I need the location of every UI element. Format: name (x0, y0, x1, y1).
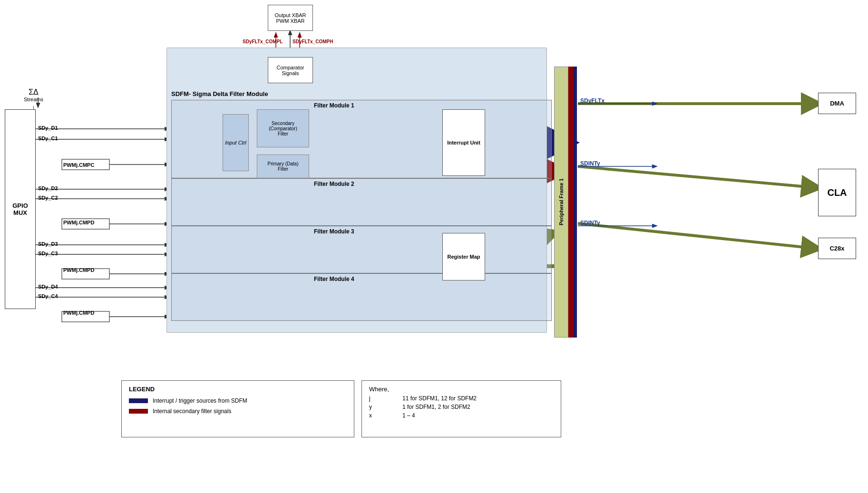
sigma-delta-streams: Streams (24, 97, 43, 102)
secondary-filter-box: Secondary(Comparator)Filter (257, 109, 309, 147)
gpio-mux-box: GPIOMUX (5, 109, 36, 309)
dma-label: DMA (830, 100, 844, 107)
legend-item-interrupt: Interrupt / trigger sources from SDFM (129, 397, 347, 404)
primary-filter-label: Primary (Data)Filter (267, 161, 298, 172)
svg-line-51 (578, 166, 818, 188)
signal-sdy-c4: SDy_C4 (38, 293, 58, 299)
interrupt-unit-label: Interrupt Unit (447, 140, 480, 145)
where-val-j: 11 for SDFM1, 12 for SDFM2 (402, 395, 554, 402)
where-grid: j 11 for SDFM1, 12 for SDFM2 y 1 for SDF… (369, 395, 554, 419)
legend-box: LEGEND Interrupt / trigger sources from … (121, 380, 354, 437)
filter-module-3-label: Filter Module 3 (314, 228, 354, 235)
signal-pwmj-cmpd3: PWMj.CMPD (63, 310, 94, 316)
signal-pwmj-cmpd2: PWMj.CMPD (63, 267, 94, 273)
input-ctrl-label: Input Ctrl (225, 140, 246, 145)
where-var-x: x (369, 412, 379, 419)
where-val-y: 1 for SDFM1, 2 for SDFM2 (402, 404, 554, 410)
signal-sdy-c2: SDy_C2 (38, 195, 58, 201)
svg-line-52 (578, 223, 818, 249)
peripheral-frame-bar: Peripheral Frame 1 (554, 67, 568, 338)
dma-box: DMA (818, 93, 856, 114)
secondary-filter-label: Secondary(Comparator)Filter (269, 121, 297, 136)
dark-bar-navy (573, 67, 577, 338)
comph-label: SDyFLTx_COMPH (293, 39, 333, 44)
primary-filter-box: Primary (Data)Filter (257, 155, 309, 178)
signal-pwmj-cmpc: PWMj.CMPC (63, 162, 94, 168)
c28x-label: C28x (829, 245, 844, 252)
legend-color-secondary (129, 409, 148, 414)
sdfm-title: SDFM- Sigma Delta Filter Module (171, 90, 268, 97)
cla-label: CLA (827, 187, 847, 198)
filter-module-3-area (171, 226, 552, 273)
c28x-box: C28x (818, 238, 856, 259)
output-xbar-box: Output XBARPWM XBAR (268, 5, 313, 31)
input-ctrl-box: Input Ctrl (223, 114, 249, 171)
where-title: Where, (369, 386, 554, 393)
register-map-box: Register Map (442, 233, 485, 280)
filter-module-4-label: Filter Module 4 (314, 276, 354, 282)
gpio-mux-label: GPIOMUX (12, 202, 28, 216)
interrupt-unit-box: Interrupt Unit (442, 109, 485, 176)
cla-box: CLA (818, 169, 856, 216)
signal-sdy-d2: SDy_D2 (38, 185, 58, 191)
diagram-container: ΣΔ Streams ↓ GPIOMUX SDy_D1 SDy_C1 PWMj.… (0, 0, 868, 493)
where-box: Where, j 11 for SDFM1, 12 for SDFM2 y 1 … (361, 380, 561, 437)
legend-color-interrupt (129, 398, 148, 403)
filter-module-4-area (171, 273, 552, 321)
signal-sdy-d4: SDy_D4 (38, 284, 58, 290)
legend-label-secondary: Internal secondary filter signals (153, 408, 231, 415)
output-xbar-label: Output XBARPWM XBAR (274, 12, 306, 24)
where-val-x: 1 – 4 (402, 412, 554, 419)
sdint-label-top: SDINTy (580, 160, 600, 167)
filter-module-2-area (171, 178, 552, 226)
signal-pwmj-cmpd1: PWMj.CMPD (63, 220, 94, 225)
comparator-signals-label: Comparator Signals (268, 65, 312, 76)
signal-sdy-d3: SDy_D3 (38, 241, 58, 247)
peripheral-frame-label: Peripheral Frame 1 (558, 178, 564, 225)
filter-module-1-label: Filter Module 1 (314, 102, 354, 109)
sigma-delta-symbol: ΣΔ (24, 88, 43, 97)
legend-title: LEGEND (129, 386, 347, 393)
signal-sdy-c3: SDy_C3 (38, 251, 58, 256)
filter-module-2-label: Filter Module 2 (314, 181, 354, 187)
dark-bar-red (568, 67, 573, 338)
comparator-signals-box: Comparator Signals (268, 57, 313, 83)
compl-label: SDyFLTx_COMPL (243, 39, 283, 44)
where-var-j: j (369, 395, 379, 402)
sdyfltx-label: SDyFLTx (580, 97, 605, 104)
where-var-y: y (369, 404, 379, 410)
signal-sdy-c1: SDy_C1 (38, 135, 58, 141)
register-map-label: Register Map (447, 254, 480, 260)
legend-item-secondary: Internal secondary filter signals (129, 408, 347, 415)
sdint-label-bottom: SDINTy (580, 220, 600, 226)
signal-sdy-d1: SDy_D1 (38, 125, 58, 131)
legend-label-interrupt: Interrupt / trigger sources from SDFM (153, 397, 247, 404)
